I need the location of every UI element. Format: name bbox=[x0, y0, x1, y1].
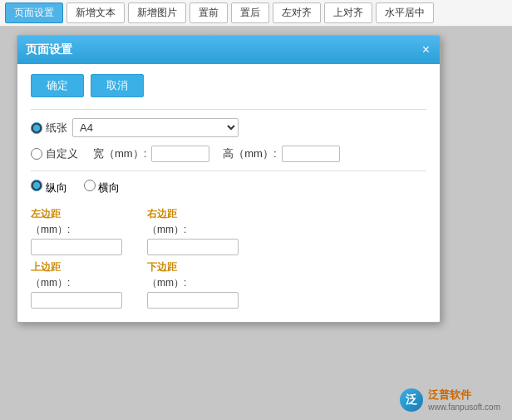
toolbar-btn-置后[interactable]: 置后 bbox=[231, 2, 269, 23]
toolbar-btn-左对齐[interactable]: 左对齐 bbox=[273, 2, 321, 23]
divider-2 bbox=[31, 170, 426, 171]
portrait-radio-label[interactable]: 纵向 bbox=[31, 180, 67, 195]
dialog-title-bar: 页面设置 × bbox=[17, 36, 440, 64]
left-margin-unit: （mm）: bbox=[31, 223, 122, 237]
toolbar: 页面设置新增文本新增图片置前置后左对齐上对齐水平居中 bbox=[0, 0, 512, 27]
left-margin-input[interactable] bbox=[31, 239, 122, 255]
logo-text-area: 泛普软件 www.fanpusoft.com bbox=[428, 388, 500, 412]
logo-icon-text: 泛 bbox=[406, 393, 417, 408]
height-label: 高（mm）: bbox=[223, 146, 276, 161]
top-margin-input[interactable] bbox=[31, 292, 122, 309]
left-margins-col: 左边距 （mm）: 上边距 （mm）: bbox=[31, 207, 122, 309]
confirm-button[interactable]: 确定 bbox=[31, 74, 84, 97]
logo-url: www.fanpusoft.com bbox=[428, 403, 500, 412]
top-margin-unit: （mm）: bbox=[31, 276, 122, 290]
bottom-margin-label: 下边距 bbox=[147, 260, 239, 274]
main-area: 无标题字号 页面设置 × 确定 取消 纸张 bbox=[0, 27, 512, 420]
left-margin-label: 左边距 bbox=[31, 207, 122, 221]
logo-area: 泛 泛普软件 www.fanpusoft.com bbox=[400, 388, 500, 412]
custom-label: 自定义 bbox=[46, 146, 78, 161]
toolbar-btn-页面设置[interactable]: 页面设置 bbox=[5, 2, 63, 23]
bottom-margin-unit: （mm）: bbox=[147, 276, 239, 290]
width-label: 宽（mm）: bbox=[93, 146, 146, 161]
left-margin-item: 左边距 （mm）: bbox=[31, 207, 122, 255]
landscape-radio-label[interactable]: 横向 bbox=[84, 180, 121, 195]
toolbar-btn-新增文本[interactable]: 新增文本 bbox=[66, 2, 125, 23]
top-margin-label: 上边距 bbox=[31, 260, 122, 274]
custom-radio-label[interactable]: 自定义 bbox=[31, 146, 78, 161]
toolbar-btn-置前[interactable]: 置前 bbox=[190, 2, 228, 23]
right-margins-col: 右边距 （mm）: 下边距 （mm）: bbox=[147, 207, 239, 309]
toolbar-btn-新增图片[interactable]: 新增图片 bbox=[128, 2, 186, 23]
portrait-label: 纵向 bbox=[46, 181, 67, 194]
divider-1 bbox=[31, 109, 426, 110]
right-margin-unit: （mm）: bbox=[147, 223, 239, 237]
dialog-close-button[interactable]: × bbox=[421, 43, 431, 57]
bottom-margin-input[interactable] bbox=[147, 292, 239, 309]
dialog-actions: 确定 取消 bbox=[31, 74, 426, 97]
paper-select[interactable]: A4A3B5Letter自定义 bbox=[72, 118, 239, 137]
paper-radio-label[interactable]: 纸张 bbox=[31, 121, 67, 136]
right-margin-label: 右边距 bbox=[147, 207, 239, 221]
landscape-label: 横向 bbox=[98, 181, 120, 194]
paper-row: 纸张 A4A3B5Letter自定义 bbox=[31, 118, 426, 137]
width-input[interactable] bbox=[151, 146, 209, 162]
paper-radio[interactable] bbox=[31, 122, 42, 134]
custom-row: 自定义 宽（mm）: 高（mm）: bbox=[31, 146, 426, 162]
custom-radio[interactable] bbox=[31, 148, 42, 160]
margins-section: 左边距 （mm）: 上边距 （mm）: 右边距 bbox=[31, 207, 426, 309]
toolbar-btn-上对齐[interactable]: 上对齐 bbox=[324, 2, 372, 23]
modal-overlay: 页面设置 × 确定 取消 纸张 A4A3B5Lette bbox=[0, 27, 512, 420]
height-input[interactable] bbox=[282, 146, 340, 162]
right-margin-input[interactable] bbox=[147, 239, 239, 255]
right-margin-item: 右边距 （mm）: bbox=[147, 207, 239, 255]
orientation-row: 纵向 横向 bbox=[31, 180, 426, 195]
paper-label: 纸张 bbox=[46, 121, 67, 136]
landscape-radio[interactable] bbox=[84, 180, 96, 191]
dialog: 页面设置 × 确定 取消 纸张 A4A3B5Lette bbox=[17, 35, 441, 323]
bottom-margin-item: 下边距 （mm）: bbox=[147, 260, 239, 309]
top-margin-item: 上边距 （mm）: bbox=[31, 260, 122, 309]
portrait-radio[interactable] bbox=[31, 180, 42, 191]
dialog-body: 确定 取消 纸张 A4A3B5Letter自定义 bbox=[17, 64, 440, 322]
toolbar-btn-水平居中[interactable]: 水平居中 bbox=[376, 2, 434, 23]
logo-icon: 泛 bbox=[400, 388, 423, 412]
cancel-button[interactable]: 取消 bbox=[91, 74, 144, 97]
logo-name: 泛普软件 bbox=[428, 388, 500, 403]
dialog-title: 页面设置 bbox=[26, 42, 72, 57]
